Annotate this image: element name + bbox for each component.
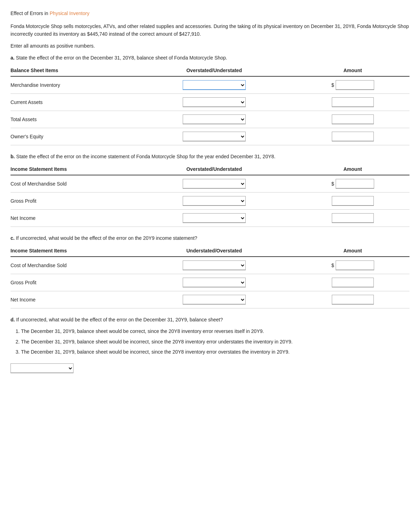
dollar-sign: $ bbox=[331, 82, 334, 88]
income-b-amount-gross-profit-cell bbox=[299, 192, 410, 209]
question-c-label: c. If uncorrected, what would be the eff… bbox=[10, 235, 410, 241]
income-c-dropdown-gross-profit-cell: Understated Overstated bbox=[132, 274, 299, 291]
balance-amount-owners-equity-cell bbox=[299, 128, 410, 145]
income-b-dropdown-net-income[interactable]: Overstated Understated bbox=[183, 213, 246, 223]
income-statement-b-table: Income Statement Items Overstated/Unders… bbox=[10, 164, 410, 227]
income-b-amount-cost-cell: $ bbox=[299, 175, 410, 193]
balance-item-current-assets: Current Assets bbox=[10, 93, 132, 111]
balance-amount-owners-equity[interactable] bbox=[332, 132, 374, 141]
balance-sheet-col3-header: Amount bbox=[299, 65, 410, 76]
question-b-label: b. State the effect of the error on the … bbox=[10, 154, 410, 159]
income-c-amount-net-income-cell bbox=[299, 291, 410, 308]
income-b-amount-gross-profit[interactable] bbox=[332, 196, 374, 206]
balance-dropdown-current-assets[interactable]: Overstated Understated bbox=[183, 97, 246, 107]
balance-amount-total-assets[interactable] bbox=[332, 114, 374, 124]
table-row: Total Assets Overstated Understated bbox=[10, 111, 410, 128]
question-a-label: a. State the effect of the error on the … bbox=[10, 55, 410, 61]
balance-dropdown-current-assets-cell: Overstated Understated bbox=[132, 93, 299, 111]
question-c-section: c. If uncorrected, what would be the eff… bbox=[10, 235, 410, 308]
balance-dropdown-owners-equity-cell: Overstated Understated bbox=[132, 128, 299, 145]
intro-text: Fonda Motorcycle Shop sells motorcycles,… bbox=[10, 22, 410, 38]
balance-amount-merchandise[interactable] bbox=[336, 80, 374, 90]
list-item: The December 31, 20Y9, balance sheet wou… bbox=[21, 348, 410, 356]
table-row: Owner's Equity Overstated Understated bbox=[10, 128, 410, 145]
income-c-col3-header: Amount bbox=[299, 246, 410, 257]
income-c-amount-net-income[interactable] bbox=[332, 295, 374, 305]
table-row: Cost of Merchandise Sold Overstated Unde… bbox=[10, 175, 410, 193]
question-d-section: d. If uncorrected, what would be the eff… bbox=[10, 317, 410, 373]
title-link-text: Physical Inventory bbox=[50, 11, 90, 16]
table-row: Gross Profit Understated Overstated bbox=[10, 274, 410, 291]
income-b-item-net-income: Net Income bbox=[10, 209, 132, 227]
dollar-sign: $ bbox=[331, 263, 334, 268]
balance-amount-current-assets[interactable] bbox=[332, 97, 374, 107]
balance-item-owners-equity: Owner's Equity bbox=[10, 128, 132, 145]
income-c-dropdown-cost[interactable]: Understated Overstated bbox=[183, 260, 246, 270]
income-b-col1-header: Income Statement Items bbox=[10, 164, 132, 175]
balance-sheet-table: Balance Sheet Items Overstated/Understat… bbox=[10, 65, 410, 145]
income-statement-c-table: Income Statement Items Understated/Overs… bbox=[10, 246, 410, 308]
balance-dropdown-merchandise[interactable]: Overstated Understated bbox=[183, 80, 246, 90]
income-c-dropdown-gross-profit[interactable]: Understated Overstated bbox=[183, 278, 246, 287]
income-c-amount-gross-profit[interactable] bbox=[332, 278, 374, 287]
instruction-text: Enter all amounts as positive numbers. bbox=[10, 43, 410, 49]
table-row: Current Assets Overstated Understated bbox=[10, 93, 410, 111]
balance-dropdown-total-assets[interactable]: Overstated Understated bbox=[183, 114, 246, 124]
income-b-amount-cost[interactable] bbox=[336, 179, 374, 189]
balance-item-merchandise: Merchandise Inventory bbox=[10, 76, 132, 94]
balance-dropdown-merchandise-cell: Overstated Understated bbox=[132, 76, 299, 94]
income-c-col2-header: Understated/Overstated bbox=[132, 246, 299, 257]
income-b-item-cost: Cost of Merchandise Sold bbox=[10, 175, 132, 193]
income-c-col1-header: Income Statement Items bbox=[10, 246, 132, 257]
income-b-dropdown-cost[interactable]: Overstated Understated bbox=[183, 179, 246, 189]
income-b-col2-header: Overstated/Understated bbox=[132, 164, 299, 175]
balance-amount-merchandise-cell: $ bbox=[299, 76, 410, 94]
income-c-amount-cost-cell: $ bbox=[299, 257, 410, 274]
income-c-dropdown-net-income-cell: Understated Overstated bbox=[132, 291, 299, 308]
title-link[interactable]: Physical Inventory bbox=[50, 11, 90, 16]
answer-d-dropdown[interactable]: 1 2 3 bbox=[10, 363, 74, 373]
income-c-item-cost: Cost of Merchandise Sold bbox=[10, 257, 132, 274]
table-row: Cost of Merchandise Sold Understated Ove… bbox=[10, 257, 410, 274]
income-b-dropdown-gross-profit-cell: Overstated Understated bbox=[132, 192, 299, 209]
income-b-dropdown-cost-cell: Overstated Understated bbox=[132, 175, 299, 193]
balance-amount-total-assets-cell bbox=[299, 111, 410, 128]
table-row: Net Income Understated Overstated bbox=[10, 291, 410, 308]
balance-sheet-col1-header: Balance Sheet Items bbox=[10, 65, 132, 76]
balance-sheet-col2-header: Overstated/Understated bbox=[132, 65, 299, 76]
income-b-amount-net-income-cell bbox=[299, 209, 410, 227]
balance-dropdown-owners-equity[interactable]: Overstated Understated bbox=[183, 132, 246, 141]
income-b-col3-header: Amount bbox=[299, 164, 410, 175]
balance-dropdown-total-assets-cell: Overstated Understated bbox=[132, 111, 299, 128]
income-c-amount-gross-profit-cell bbox=[299, 274, 410, 291]
income-b-amount-net-income[interactable] bbox=[332, 213, 374, 223]
income-c-item-gross-profit: Gross Profit bbox=[10, 274, 132, 291]
title-prefix: Effect of Errors in bbox=[10, 11, 50, 16]
income-c-dropdown-net-income[interactable]: Understated Overstated bbox=[183, 295, 246, 305]
question-a-section: a. State the effect of the error on the … bbox=[10, 55, 410, 145]
table-row: Merchandise Inventory Overstated Underst… bbox=[10, 76, 410, 94]
answer-list: The December 31, 20Y9, balance sheet wou… bbox=[21, 327, 410, 356]
income-b-dropdown-net-income-cell: Overstated Understated bbox=[132, 209, 299, 227]
table-row: Gross Profit Overstated Understated bbox=[10, 192, 410, 209]
income-c-item-net-income: Net Income bbox=[10, 291, 132, 308]
dollar-sign: $ bbox=[331, 181, 334, 187]
balance-amount-current-assets-cell bbox=[299, 93, 410, 111]
income-b-dropdown-gross-profit[interactable]: Overstated Understated bbox=[183, 196, 246, 206]
question-b-section: b. State the effect of the error on the … bbox=[10, 154, 410, 227]
list-item: The December 31, 20Y9, balance sheet wou… bbox=[21, 338, 410, 346]
income-c-dropdown-cost-cell: Understated Overstated bbox=[132, 257, 299, 274]
list-item: The December 31, 20Y9, balance sheet wou… bbox=[21, 327, 410, 336]
question-d-label: d. If uncorrected, what would be the eff… bbox=[10, 317, 410, 322]
income-c-amount-cost[interactable] bbox=[336, 260, 374, 270]
income-b-item-gross-profit: Gross Profit bbox=[10, 192, 132, 209]
balance-item-total-assets: Total Assets bbox=[10, 111, 132, 128]
page-title: Effect of Errors in Physical Inventory bbox=[10, 11, 410, 16]
table-row: Net Income Overstated Understated bbox=[10, 209, 410, 227]
